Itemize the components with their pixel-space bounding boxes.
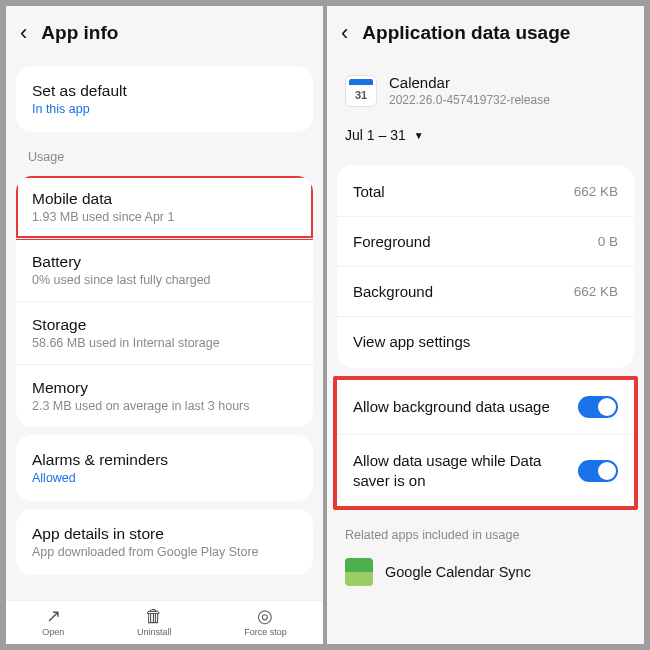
foreground-row: Foreground 0 B [337,216,634,266]
back-icon[interactable]: ‹ [341,22,348,44]
app-header: 31 Calendar 2022.26.0-457419732-release [327,58,644,117]
alarms-card[interactable]: Alarms & reminders Allowed [16,435,313,501]
usage-stats-card: Total 662 KB Foreground 0 B Background 6… [337,165,634,368]
header: ‹ App info [6,6,323,58]
uninstall-button[interactable]: 🗑 Uninstall [137,607,172,637]
alarms-sub: Allowed [32,471,297,485]
back-icon[interactable]: ‹ [20,22,27,44]
allow-background-data-label: Allow background data usage [353,397,564,417]
force-stop-label: Force stop [244,627,287,637]
app-version: 2022.26.0-457419732-release [389,93,550,107]
force-stop-button[interactable]: ◎ Force stop [244,607,287,637]
header: ‹ Application data usage [327,6,644,58]
trash-icon: 🗑 [145,607,163,625]
calendar-icon: 31 [345,75,377,107]
total-label: Total [353,183,385,200]
chevron-down-icon: ▼ [414,130,424,141]
period-text: Jul 1 – 31 [345,127,406,143]
foreground-value: 0 B [598,234,618,249]
page-title: App info [41,22,118,44]
mobile-data-title: Mobile data [32,190,297,208]
set-default-card[interactable]: Set as default In this app [16,66,313,132]
stop-icon: ◎ [256,607,274,625]
details-title: App details in store [32,525,297,543]
view-app-settings-row[interactable]: View app settings [337,316,634,366]
left-screenshot: ‹ App info Set as default In this app Us… [6,6,323,644]
app-name: Calendar [389,74,550,91]
toggles-card: Allow background data usage Allow data u… [333,376,638,510]
storage-sub: 58.66 MB used in Internal storage [32,336,297,350]
total-row: Total 662 KB [337,167,634,216]
related-app-name: Google Calendar Sync [385,564,531,580]
allow-background-data-row[interactable]: Allow background data usage [337,380,634,434]
page-title: Application data usage [362,22,570,44]
open-label: Open [42,627,64,637]
memory-title: Memory [32,379,297,397]
related-app-row[interactable]: Google Calendar Sync [327,548,644,606]
period-selector[interactable]: Jul 1 – 31 ▼ [327,117,644,157]
details-card[interactable]: App details in store App downloaded from… [16,509,313,575]
alarms-title: Alarms & reminders [32,451,297,469]
right-screenshot: ‹ Application data usage 31 Calendar 202… [327,6,644,644]
allow-data-saver-toggle[interactable] [578,460,618,482]
allow-data-saver-label: Allow data usage while Data saver is on [353,451,564,490]
storage-title: Storage [32,316,297,334]
memory-sub: 2.3 MB used on average in last 3 hours [32,399,297,413]
calendar-icon-day: 31 [355,89,367,101]
uninstall-label: Uninstall [137,627,172,637]
total-value: 662 KB [574,184,618,199]
set-default-sub: In this app [32,102,297,116]
usage-card: Mobile data 1.93 MB used since Apr 1 Bat… [16,176,313,427]
open-button[interactable]: ↗ Open [42,607,64,637]
foreground-label: Foreground [353,233,431,250]
related-apps-label: Related apps included in usage [327,516,644,548]
mobile-data-row[interactable]: Mobile data 1.93 MB used since Apr 1 [16,176,313,238]
battery-row[interactable]: Battery 0% used since last fully charged [16,238,313,301]
allow-background-data-toggle[interactable] [578,396,618,418]
background-label: Background [353,283,433,300]
storage-row[interactable]: Storage 58.66 MB used in Internal storag… [16,301,313,364]
allow-data-saver-row[interactable]: Allow data usage while Data saver is on [337,434,634,506]
background-value: 662 KB [574,284,618,299]
open-icon: ↗ [44,607,62,625]
details-sub: App downloaded from Google Play Store [32,545,297,559]
set-default-title: Set as default [32,82,297,100]
battery-title: Battery [32,253,297,271]
memory-row[interactable]: Memory 2.3 MB used on average in last 3 … [16,364,313,427]
battery-sub: 0% used since last fully charged [32,273,297,287]
mobile-data-sub: 1.93 MB used since Apr 1 [32,210,297,224]
usage-section-label: Usage [6,140,323,168]
calendar-sync-icon [345,558,373,586]
bottom-bar: ↗ Open 🗑 Uninstall ◎ Force stop [6,600,323,644]
background-row: Background 662 KB [337,266,634,316]
